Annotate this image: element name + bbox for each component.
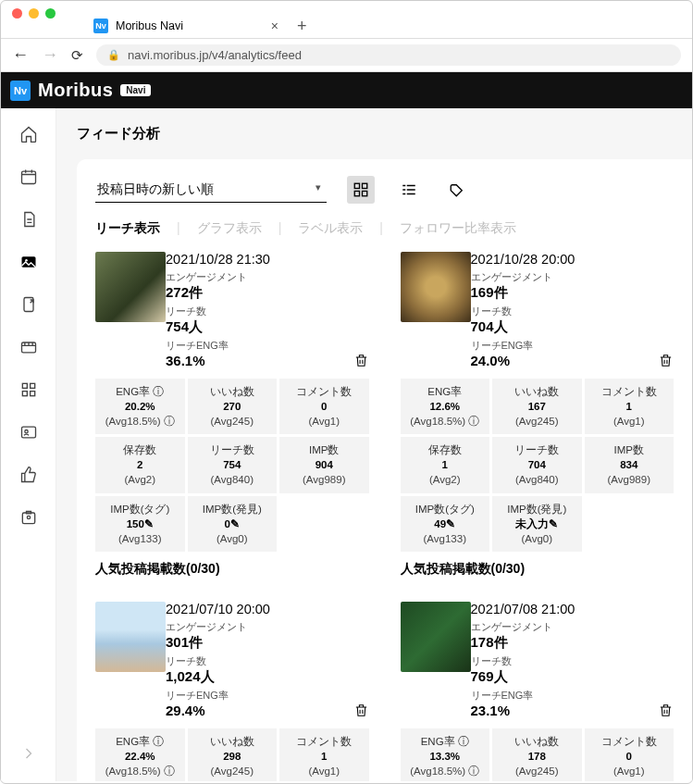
- sort-dropdown[interactable]: 投稿日時の新しい順: [95, 178, 327, 203]
- address-bar: ← → ⟳ 🔒 navi.moribus.jp/v4/analytics/fee…: [1, 38, 692, 72]
- stat-cell: IMP数904(Avg989): [279, 437, 369, 492]
- stat-cell: ENG率 ⓘ13.3%(Avg18.5%) ⓘ: [401, 728, 490, 781]
- popular-count: 人気投稿掲載数(0/30): [95, 561, 369, 578]
- svg-rect-0: [21, 171, 35, 183]
- post-thumbnail[interactable]: [401, 602, 471, 672]
- video-icon[interactable]: [19, 338, 38, 356]
- stat-cell: コメント数0(Avg1): [279, 379, 369, 434]
- stat-cell: コメント数1(Avg1): [585, 379, 674, 434]
- post-date: 2021/07/08 21:00: [471, 602, 659, 616]
- delete-icon[interactable]: [353, 703, 369, 721]
- stat-cell: リーチ数704(Avg840): [492, 437, 582, 492]
- brand-badge: Navi: [120, 84, 151, 96]
- post-meta: 2021/07/10 20:00エンゲージメント301件リーチ数1,024人リー…: [166, 602, 353, 721]
- close-tab-icon[interactable]: ×: [271, 19, 278, 33]
- stat-cell: いいね数167(Avg245): [492, 379, 582, 434]
- stat-cell: いいね数178(Avg245): [492, 728, 582, 781]
- svg-rect-16: [363, 192, 367, 196]
- browser-tab-strip: Nv Moribus Navi × +: [1, 10, 692, 38]
- browser-tab[interactable]: Nv Moribus Navi ×: [84, 14, 288, 38]
- post-date: 2021/10/28 21:30: [166, 252, 353, 267]
- home-icon[interactable]: [19, 125, 38, 143]
- stat-cell: ENG率 ⓘ20.2%(Avg18.5%) ⓘ: [95, 379, 185, 434]
- grid-icon[interactable]: [19, 380, 38, 399]
- feed-card: 2021/07/08 21:00エンゲージメント178件リーチ数769人リーチE…: [401, 602, 674, 781]
- forward-button[interactable]: →: [42, 45, 58, 65]
- post-thumbnail[interactable]: [401, 252, 471, 322]
- app-header: Nv Moribus Navi: [1, 72, 692, 108]
- svg-rect-7: [22, 392, 27, 396]
- main-content: フィード分析 投稿日時の新しい順 リーチ表示 | グラフ表示 | ラベル表示 |: [56, 108, 692, 781]
- lock-icon: 🔒: [107, 49, 120, 61]
- popular-count: 人気投稿掲載数(0/30): [401, 561, 674, 578]
- svg-rect-8: [30, 392, 34, 396]
- stat-cell: いいね数270(Avg245): [188, 379, 278, 434]
- tab-reach[interactable]: リーチ表示: [95, 217, 160, 241]
- tab-separator: |: [262, 217, 299, 241]
- window-controls: [1, 1, 692, 10]
- stat-cell: 保存数2(Avg2): [95, 437, 185, 492]
- url-input[interactable]: 🔒 navi.moribus.jp/v4/analytics/feed: [96, 44, 681, 66]
- page-title: フィード分析: [77, 125, 692, 143]
- brand-logo-icon: Nv: [10, 81, 31, 101]
- stat-cell: コメント数0(Avg1): [585, 728, 674, 781]
- delete-icon[interactable]: [658, 703, 674, 721]
- calendar-icon[interactable]: [19, 168, 38, 186]
- post-thumbnail[interactable]: [95, 252, 166, 322]
- expand-sidebar-icon[interactable]: [19, 744, 38, 763]
- stats-grid: ENG率 ⓘ22.4%(Avg18.5%) ⓘいいね数298(Avg245)コメ…: [95, 728, 369, 781]
- tab-title: Moribus Navi: [116, 19, 183, 32]
- sidebar: [1, 108, 56, 781]
- tag-view-button[interactable]: [443, 176, 471, 204]
- reload-button[interactable]: ⟳: [71, 47, 83, 64]
- delete-icon[interactable]: [353, 353, 369, 371]
- panel: 投稿日時の新しい順 リーチ表示 | グラフ表示 | ラベル表示 | フォロワー比…: [77, 159, 692, 781]
- stats-grid: ENG率 ⓘ20.2%(Avg18.5%) ⓘいいね数270(Avg245)コメ…: [95, 379, 369, 552]
- svg-point-10: [24, 430, 27, 433]
- stat-cell: ENG率12.6%(Avg18.5%) ⓘ: [401, 379, 490, 434]
- feed-card: 2021/10/28 21:30エンゲージメント272件リーチ数754人リーチE…: [95, 252, 369, 578]
- stat-cell: 保存数1(Avg2): [401, 437, 490, 492]
- close-window[interactable]: [12, 8, 22, 19]
- stat-cell: IMP数(発見)0✎(Avg0): [188, 496, 278, 552]
- tab-graph[interactable]: グラフ表示: [197, 217, 262, 241]
- stat-cell: リーチ数754(Avg840): [188, 437, 278, 492]
- document-icon[interactable]: [19, 210, 38, 229]
- url-text: navi.moribus.jp/v4/analytics/feed: [128, 48, 302, 62]
- stat-cell: いいね数298(Avg245): [188, 728, 278, 781]
- post-date: 2021/10/28 20:00: [471, 252, 659, 267]
- thumbs-up-icon[interactable]: [19, 466, 38, 484]
- new-tab-button[interactable]: +: [297, 17, 307, 36]
- post-thumbnail[interactable]: [95, 602, 166, 672]
- phone-out-icon[interactable]: [19, 295, 38, 314]
- stat-cell: IMP数(発見)未入力✎(Avg0): [492, 496, 582, 552]
- post-meta: 2021/10/28 20:00エンゲージメント169件リーチ数704人リーチE…: [471, 252, 659, 371]
- back-button[interactable]: ←: [12, 45, 29, 65]
- post-meta: 2021/07/08 21:00エンゲージメント178件リーチ数769人リーチE…: [471, 602, 659, 721]
- tab-follower[interactable]: フォロワー比率表示: [400, 217, 516, 241]
- user-card-icon[interactable]: [19, 423, 38, 442]
- badge-icon[interactable]: [19, 508, 38, 527]
- stat-cell: ENG率 ⓘ22.4%(Avg18.5%) ⓘ: [95, 728, 185, 781]
- svg-rect-13: [354, 183, 359, 188]
- svg-rect-5: [22, 383, 27, 388]
- stat-cell: コメント数1(Avg1): [279, 728, 369, 781]
- post-meta: 2021/10/28 21:30エンゲージメント272件リーチ数754人リーチE…: [166, 252, 353, 371]
- post-date: 2021/07/10 20:00: [166, 602, 353, 616]
- svg-rect-14: [363, 183, 367, 188]
- grid-view-button[interactable]: [347, 176, 375, 204]
- tab-label[interactable]: ラベル表示: [298, 217, 363, 241]
- stats-grid: ENG率 ⓘ13.3%(Avg18.5%) ⓘいいね数178(Avg245)コメ…: [401, 728, 674, 781]
- delete-icon[interactable]: [658, 353, 674, 371]
- display-tabs: リーチ表示 | グラフ表示 | ラベル表示 | フォロワー比率表示: [95, 217, 674, 241]
- maximize-window[interactable]: [45, 8, 56, 19]
- svg-rect-15: [354, 192, 359, 196]
- sort-select[interactable]: 投稿日時の新しい順: [95, 178, 327, 203]
- list-view-button[interactable]: [395, 176, 423, 204]
- svg-point-12: [27, 516, 30, 518]
- stat-cell: IMP数(タグ)49✎(Avg133): [401, 496, 490, 552]
- stats-grid: ENG率12.6%(Avg18.5%) ⓘいいね数167(Avg245)コメント…: [401, 379, 674, 552]
- image-icon[interactable]: [19, 253, 38, 271]
- minimize-window[interactable]: [29, 8, 39, 19]
- feed-card: 2021/07/10 20:00エンゲージメント301件リーチ数1,024人リー…: [95, 602, 369, 781]
